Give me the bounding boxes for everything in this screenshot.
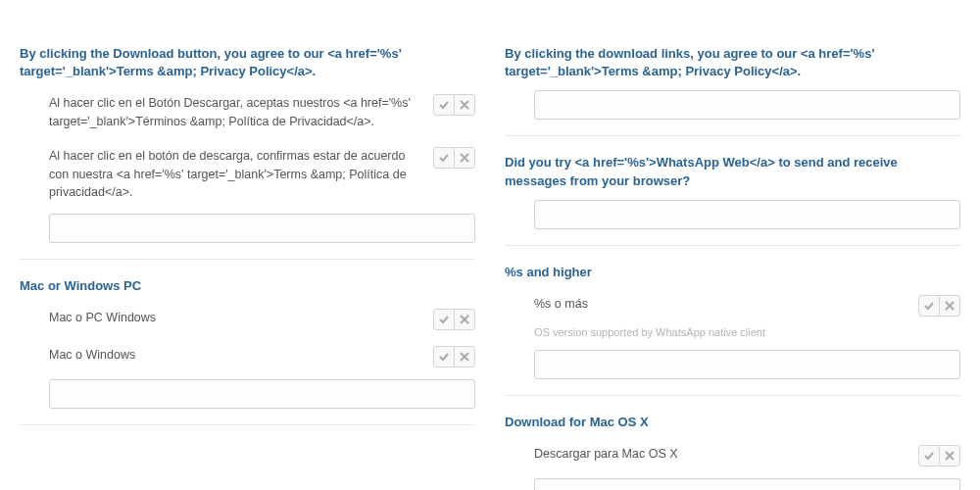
translation-row: Descargar para Mac OS X bbox=[505, 435, 960, 472]
translation-row: %s o más bbox=[505, 285, 960, 322]
new-translation-input[interactable] bbox=[49, 379, 475, 409]
reject-button[interactable] bbox=[454, 346, 475, 368]
vote-actions bbox=[433, 346, 475, 368]
translation-row: Mac o PC Windows bbox=[20, 299, 475, 336]
string-section: Did you try <a href='%s'>WhatsApp Web</a… bbox=[505, 136, 960, 245]
source-string: By clicking the download links, you agre… bbox=[505, 45, 960, 80]
new-translation-row bbox=[505, 84, 960, 122]
approve-button[interactable] bbox=[433, 346, 455, 368]
vote-actions bbox=[918, 295, 960, 317]
approve-button[interactable] bbox=[433, 94, 455, 116]
translation-row: Mac o Windows bbox=[20, 336, 475, 373]
string-section: %s and higher %s o más OS version suppor… bbox=[505, 246, 960, 396]
source-string: By clicking the Download button, you agr… bbox=[20, 45, 475, 80]
translation-text: Al hacer clic en el Botón Descargar, ace… bbox=[49, 94, 433, 131]
new-translation-input[interactable] bbox=[534, 90, 960, 120]
approve-button[interactable] bbox=[918, 295, 940, 317]
vote-actions bbox=[433, 94, 475, 116]
translation-text: %s o más bbox=[534, 295, 918, 314]
hint-text: OS version supported by WhatsApp native … bbox=[505, 322, 960, 344]
new-translation-row bbox=[505, 472, 960, 490]
source-string: Download for Mac OS X bbox=[505, 414, 960, 431]
new-translation-input[interactable] bbox=[49, 214, 475, 243]
source-string: Did you try <a href='%s'>WhatsApp Web</a… bbox=[505, 154, 960, 189]
translation-row: Al hacer clic en el botón de descarga, c… bbox=[20, 137, 475, 208]
reject-button[interactable] bbox=[454, 147, 475, 169]
approve-button[interactable] bbox=[918, 445, 940, 466]
source-string: Mac or Windows PC bbox=[20, 277, 475, 295]
approve-button[interactable] bbox=[433, 147, 455, 169]
string-section: Download for Mac OS X Descargar para Mac… bbox=[505, 396, 960, 490]
source-string: %s and higher bbox=[505, 264, 960, 281]
string-section: Mac or Windows PC Mac o PC Windows Mac o… bbox=[20, 260, 475, 425]
vote-actions bbox=[433, 147, 475, 169]
translation-text: Descargar para Mac OS X bbox=[534, 445, 918, 464]
new-translation-row bbox=[505, 344, 960, 381]
string-section: By clicking the download links, you agre… bbox=[505, 27, 960, 136]
approve-button[interactable] bbox=[433, 309, 455, 330]
reject-button[interactable] bbox=[454, 94, 475, 116]
new-translation-input[interactable] bbox=[534, 478, 960, 490]
string-section: By clicking the Download button, you agr… bbox=[20, 27, 475, 260]
left-column: By clicking the Download button, you agr… bbox=[20, 0, 475, 490]
reject-button[interactable] bbox=[939, 445, 960, 466]
translation-text: Al hacer clic en el botón de descarga, c… bbox=[49, 147, 433, 202]
right-column: By clicking the download links, you agre… bbox=[505, 0, 960, 490]
translation-row: Al hacer clic en el Botón Descargar, ace… bbox=[20, 84, 475, 137]
new-translation-row bbox=[20, 208, 475, 245]
reject-button[interactable] bbox=[454, 309, 475, 330]
new-translation-row bbox=[505, 194, 960, 231]
new-translation-input[interactable] bbox=[534, 200, 960, 229]
new-translation-row bbox=[20, 373, 475, 411]
new-translation-input[interactable] bbox=[534, 350, 960, 379]
vote-actions bbox=[918, 445, 960, 466]
translation-text: Mac o PC Windows bbox=[49, 309, 433, 327]
translation-text: Mac o Windows bbox=[49, 346, 433, 365]
vote-actions bbox=[433, 309, 475, 330]
reject-button[interactable] bbox=[939, 295, 960, 317]
